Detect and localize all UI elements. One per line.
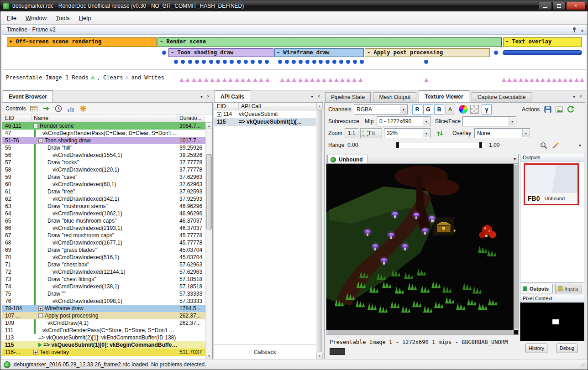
channel-red-button[interactable]: R	[412, 104, 422, 115]
close-button[interactable]: ×	[566, 2, 585, 10]
magnifier-icon[interactable]	[539, 141, 548, 150]
event-row[interactable]: 68vkCmdDrawIndexed(1677,1)45.77778	[2, 239, 205, 246]
event-row[interactable]: 60vkCmdDrawIndexed(60,1)37.62963	[2, 181, 205, 188]
minimize-button[interactable]	[539, 2, 552, 10]
debug-button[interactable]: Debug	[556, 344, 578, 353]
column-name[interactable]: Name	[31, 115, 178, 122]
jump-to-event-icon[interactable]	[42, 104, 51, 113]
tab-pipeline-state[interactable]: Pipeline State	[325, 92, 371, 102]
close-icon[interactable]: ×	[207, 94, 210, 99]
collapse-icon[interactable]: -	[38, 313, 43, 318]
checkerboard-background-icon[interactable]	[470, 105, 479, 114]
pin-icon[interactable]	[572, 26, 577, 36]
event-row[interactable]: 72vkCmdDrawIndexed(12144,1)57.62963	[2, 268, 205, 276]
expand-icon[interactable]: +	[217, 112, 221, 117]
range-handle-min[interactable]	[396, 142, 399, 148]
api-calls-scrollbar[interactable]: ▲ ▼	[316, 103, 323, 360]
event-row[interactable]: 74vkCmdDrawIndexed(138,1)57.18518	[2, 283, 205, 290]
zoom-fit-button[interactable]: Fit	[360, 128, 382, 138]
tab-event-browser[interactable]: Event Browser	[3, 90, 53, 102]
texture-tab-list-icon[interactable]: ▾	[514, 156, 516, 162]
event-row[interactable]: 57Draw "rocks"37.77778	[2, 159, 205, 166]
chevron-down-icon[interactable]: ▾	[423, 129, 430, 137]
close-icon[interactable]: ×	[317, 94, 320, 99]
mip-select[interactable]: 0 - 1272x690▾	[377, 116, 430, 126]
channel-alpha-button[interactable]: A	[445, 104, 455, 115]
dock-menu-icon[interactable]: ▾	[311, 94, 313, 99]
channels-select[interactable]: RGBA▾	[354, 104, 408, 115]
event-row[interactable]: 47vkCmdBeginRenderPass(C=Clear, D=Clear,…	[2, 130, 205, 137]
overlay-select[interactable]: None▾	[474, 128, 530, 138]
maximize-button[interactable]	[552, 2, 566, 10]
scrollbar-thumb[interactable]	[206, 154, 212, 229]
event-row[interactable]: 107-...-Apply post processing262.37...	[2, 312, 205, 319]
menu-tools[interactable]: Tools	[51, 12, 74, 24]
zoom-1to1-button[interactable]: 1:1	[345, 128, 358, 138]
texture-horizontal-scrollbar[interactable]	[326, 330, 514, 334]
timeline-marker-bar[interactable]: - Wireframe draw	[274, 48, 364, 57]
event-row[interactable]: 109vkCmdDraw(4,1)262.37...	[2, 319, 205, 327]
column-api-call[interactable]: API Call	[239, 103, 316, 110]
tab-api-calls[interactable]: API Calls	[215, 90, 250, 102]
event-row[interactable]: 63Draw "mushroom stems"46.96296	[2, 203, 205, 210]
event-row[interactable]: 61Draw "tree"37.92593	[2, 188, 205, 195]
range-options-icon[interactable]: ▾	[579, 143, 581, 148]
event-row[interactable]: 56vkCmdDrawIndexed(1554,1)39.25926	[2, 151, 205, 159]
event-row[interactable]: 64vkCmdDrawIndexed(1062,1)46.96296	[2, 210, 205, 217]
collapse-icon[interactable]: -	[38, 138, 43, 143]
channel-green-button[interactable]: G	[423, 104, 433, 115]
timeline-marker-bar[interactable]: - Toon shading draw	[168, 48, 273, 57]
event-row[interactable]: 59Draw "cave"37.62963	[2, 173, 205, 181]
timeline-marker-bar[interactable]: - Apply post processing	[365, 48, 490, 57]
timeline-marker-bar[interactable]: + Off-screen scene rendering	[7, 37, 157, 47]
range-slider[interactable]	[396, 142, 485, 148]
event-row[interactable]: 55Draw "hill"39.25926	[2, 144, 205, 151]
export-icon[interactable]	[29, 104, 38, 113]
api-call-row[interactable]: 115=> vkQueueSubmit(1)[...	[214, 118, 316, 126]
timeline-collapsed-marker[interactable]	[503, 50, 582, 55]
tab-unbound-texture[interactable]: Unbound	[327, 155, 368, 164]
event-row[interactable]: 51-76-Toon shading draw1017.7...	[2, 137, 205, 144]
texture-display[interactable]	[326, 163, 519, 335]
texture-vertical-scrollbar[interactable]	[514, 164, 518, 330]
event-row[interactable]: 71Draw "chest box"57.62963	[2, 261, 205, 268]
range-handle-max[interactable]	[479, 142, 482, 148]
scroll-down-icon[interactable]: ▼	[206, 353, 212, 360]
collapse-icon[interactable]: -	[33, 124, 38, 128]
event-row[interactable]: 46-111-Render scene3064.7...	[2, 122, 205, 130]
event-row[interactable]: 111vkCmdEndRenderPass(C=Store, D=Store, …	[2, 327, 205, 334]
event-row[interactable]: 66vkCmdDrawIndexed(2193,1)46.37037	[2, 224, 205, 232]
expand-icon[interactable]: +	[38, 306, 43, 311]
event-row[interactable]: 67Draw "red mushroom caps"45.77778	[2, 232, 205, 239]
callstack-label[interactable]: Callstack	[214, 349, 316, 355]
event-row[interactable]: 116-...+Text overlay511.7037	[2, 349, 205, 356]
menu-help[interactable]: Help	[74, 12, 96, 24]
export-image-icon[interactable]	[555, 105, 564, 114]
scroll-down-icon[interactable]: ▼	[316, 353, 323, 360]
column-eid[interactable]: EID	[214, 103, 239, 110]
column-duration[interactable]: Duratio...	[178, 115, 205, 122]
event-row[interactable]: 62vkCmdDrawIndexed(342,1)37.92593	[2, 195, 205, 203]
tab-outputs[interactable]: Outputs	[520, 284, 553, 293]
scroll-up-icon[interactable]: ▲	[206, 122, 212, 129]
scroll-up-icon[interactable]: ▲	[316, 103, 323, 109]
menu-file[interactable]: File	[2, 12, 21, 24]
close-icon[interactable]: ×	[581, 26, 584, 36]
close-icon[interactable]: ×	[579, 94, 582, 99]
bookmark-icon[interactable]	[79, 104, 88, 113]
tab-texture-viewer[interactable]: Texture Viewer	[419, 90, 469, 102]
statistics-icon[interactable]	[66, 104, 75, 113]
event-row[interactable]: 76vkCmdDrawIndexed(1098,1)57.33333	[2, 297, 205, 305]
flip-y-icon[interactable]	[435, 129, 444, 138]
event-row[interactable]: 70vkCmdDrawIndexed(516,1)45.03704	[2, 254, 205, 261]
output-fb0-thumbnail[interactable]: FB0 Unbound	[524, 163, 579, 205]
chevron-down-icon[interactable]: ▾	[509, 117, 515, 125]
event-row[interactable]: 78-104+Wireframe draw1784.5...	[2, 305, 205, 312]
event-row[interactable]: 113=> vkQueueSubmit(2)[1]: vkEndCommandB…	[2, 334, 205, 341]
history-button[interactable]: History	[525, 344, 547, 353]
api-call-row[interactable]: +114vkQueueSubmit	[214, 110, 316, 118]
timeline-canvas[interactable]: + Off-screen scene rendering- Render sce…	[3, 35, 586, 89]
save-icon[interactable]	[543, 105, 552, 114]
event-row[interactable]: 69Draw "grass blades"45.03704	[2, 246, 205, 254]
chevron-down-icon[interactable]: ▾	[400, 105, 407, 114]
